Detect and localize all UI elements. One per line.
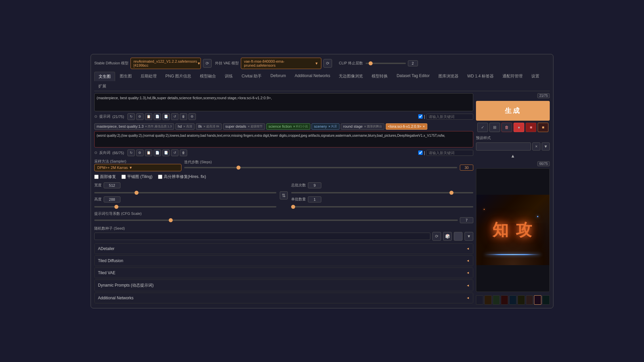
model-select[interactable]: revAnimated_v122_V1.2.2.safetensors [419… xyxy=(130,58,201,69)
accordion-tiled-vae-label: Tiled VAE xyxy=(98,270,115,275)
neg-prompt-checkbox[interactable] xyxy=(418,150,423,155)
prompt-icon-btn-8[interactable]: ⚙ xyxy=(189,113,196,120)
tab-settings[interactable]: 设置 xyxy=(527,72,543,81)
action-grid-btn[interactable]: ⊞ xyxy=(489,123,500,132)
neg-icon-btn-3[interactable]: 📋 xyxy=(145,149,152,156)
thumb-6[interactable] xyxy=(518,295,525,305)
clip-slider[interactable] xyxy=(366,63,406,64)
tag-scenery[interactable]: scenery × 风景 xyxy=(312,123,339,130)
tab-txt2img[interactable]: 文生图 xyxy=(94,72,115,81)
prompt-icon-btn-4[interactable]: 📄 xyxy=(154,113,161,120)
tag-lora[interactable]: <lora:sci-fi-v1.2:0.9> × xyxy=(386,123,427,130)
sampler-select[interactable]: DPM++ 2M Karras ▼ xyxy=(94,164,181,171)
style-add-btn[interactable]: ▼ xyxy=(542,142,550,150)
seed-refresh-btn[interactable]: ⟳ xyxy=(432,232,441,241)
hires-fix-checkbox[interactable]: 高分辨率修复(Hires. fix) xyxy=(158,174,206,180)
tab-deforum[interactable]: Deforum xyxy=(266,72,290,81)
steps-value[interactable]: 30 xyxy=(460,165,473,171)
seed-expand-btn[interactable]: ▼ xyxy=(465,232,473,241)
tab-browse[interactable]: 无边图像浏览 xyxy=(335,72,367,81)
tab-img2img[interactable]: 图生图 xyxy=(116,72,136,81)
single-batch-value[interactable]: 1 xyxy=(308,196,321,202)
tab-pnginfo[interactable]: PNG 图片信息 xyxy=(161,72,195,81)
thumb-9[interactable] xyxy=(542,295,550,305)
neg-icon-btn-2[interactable]: ⚙ xyxy=(136,149,144,156)
tag-masterpiece[interactable]: masterpiece, best quality:1.3 × 杰作,最佳品质:… xyxy=(94,123,174,130)
tag-8k[interactable]: 8k × 超高清 8k xyxy=(196,123,222,130)
action-trash-btn[interactable]: 🗑 xyxy=(501,123,512,132)
action-check-btn[interactable]: ✓ xyxy=(477,123,488,132)
positive-prompt-text[interactable]: (masterpiece, best quality:1.3),hd,8k,su… xyxy=(97,96,471,109)
tag-hd[interactable]: hd × 高清 xyxy=(175,123,195,130)
thumb-8[interactable] xyxy=(534,295,541,305)
accordion-adetailer-header[interactable]: ADetailer ◄ xyxy=(95,244,473,254)
prompt-icon-btn-5[interactable]: 📑 xyxy=(162,113,170,120)
tag-science-fiction[interactable]: science fiction × 科幻小说 xyxy=(266,123,311,130)
single-batch-slider[interactable] xyxy=(291,206,473,207)
cfg-value[interactable]: 7 xyxy=(460,217,473,223)
model-refresh-btn[interactable]: ⟳ xyxy=(203,59,212,68)
action-color1-btn[interactable]: ● xyxy=(514,123,524,132)
thumb-7[interactable] xyxy=(526,295,533,305)
steps-slider[interactable] xyxy=(184,167,457,168)
tab-wd14[interactable]: WD 1.4 标签器 xyxy=(463,72,498,81)
tab-addnet[interactable]: Additional Networks xyxy=(290,72,334,81)
tab-train[interactable]: 训练 xyxy=(221,72,237,81)
total-batch-slider[interactable] xyxy=(291,192,473,193)
neg-icon-btn-1[interactable]: ↻ xyxy=(127,149,135,156)
prompt-keyword-input[interactable] xyxy=(426,114,473,120)
thumb-3[interactable] xyxy=(493,295,500,305)
tab-wildcard[interactable]: 通配符管理 xyxy=(498,72,527,81)
neg-icon-btn-7[interactable]: 🗑 xyxy=(180,149,187,156)
top-bar: Stable Diffusion 模型 revAnimated_v122_V1.… xyxy=(94,58,550,69)
total-batch-value[interactable]: 9 xyxy=(308,182,321,188)
tab-extensions[interactable]: 扩展 xyxy=(94,82,110,91)
neg-icon-btn-6[interactable]: ↺ xyxy=(171,149,178,156)
action-color2-btn[interactable]: ■ xyxy=(526,123,536,132)
tiling-checkbox[interactable]: 平铺图 (Tiling) xyxy=(121,174,153,180)
tab-postprocess[interactable]: 后期处理 xyxy=(137,72,161,81)
tag-round-stage[interactable]: round stage × 圆形的舞台 xyxy=(341,123,384,130)
thumb-4[interactable] xyxy=(501,295,508,305)
expand-panel-btn[interactable]: ▲ xyxy=(511,153,515,159)
accordion-additional-networks-header[interactable]: Additional Networks ◄ xyxy=(95,293,473,303)
tab-civitai[interactable]: Civitai 助手 xyxy=(237,72,266,81)
prompt-icon-btn-7[interactable]: 🗑 xyxy=(180,113,187,120)
tab-dataset[interactable]: Dataset Tag Editor xyxy=(392,72,434,81)
style-refresh-btn[interactable]: × xyxy=(532,142,540,150)
neg-keyword-input[interactable] xyxy=(426,150,473,156)
height-slider[interactable] xyxy=(94,206,276,207)
tab-convert[interactable]: 模型转换 xyxy=(368,72,392,81)
negative-prompt-text[interactable]: (worst quality:2),(low quality:2),(norma… xyxy=(97,133,471,145)
accordion-tiled-diffusion-header[interactable]: Tiled Diffusion ◄ xyxy=(95,256,473,266)
cfg-slider[interactable] xyxy=(94,220,458,221)
prompt-icon-btn-6[interactable]: ↺ xyxy=(171,113,178,120)
action-color3-btn[interactable]: ■ xyxy=(538,123,548,132)
vae-refresh-btn[interactable]: ⟳ xyxy=(323,59,332,68)
height-value[interactable]: 288 xyxy=(104,196,120,202)
tab-gallery[interactable]: 图库浏览器 xyxy=(434,72,463,81)
prompt-icon-btn-2[interactable]: ⚙ xyxy=(136,113,144,120)
generate-button[interactable]: 生成 xyxy=(476,101,550,121)
prompt-icon-btn-3[interactable]: 📋 xyxy=(145,113,152,120)
neg-icon-btn-5[interactable]: 📑 xyxy=(162,149,170,156)
tag-super-details[interactable]: super details × 超级细节 xyxy=(223,123,265,130)
swap-dimensions-btn[interactable]: ⇅ xyxy=(280,191,288,199)
style-select[interactable] xyxy=(476,142,531,150)
thumb-2[interactable] xyxy=(484,295,492,305)
seed-extra-btn[interactable]: 🎲 xyxy=(443,232,452,241)
tab-merge[interactable]: 模型融合 xyxy=(196,72,220,81)
accordion-dynamic-prompts-header[interactable]: Dynamic Prompts (动态提示词) ◄ xyxy=(95,280,473,291)
seed-input[interactable]: -1 xyxy=(94,233,430,240)
seed-color-btn[interactable] xyxy=(454,232,463,241)
prompt-icon-btn-1[interactable]: ↻ xyxy=(127,113,135,120)
width-value[interactable]: 512 xyxy=(104,182,120,188)
thumb-5[interactable] xyxy=(509,295,517,305)
thumb-1[interactable] xyxy=(476,295,483,305)
face-fix-checkbox[interactable]: 面部修复 xyxy=(94,174,116,180)
vae-select[interactable]: vae-ft-mse-840000-ema-pruned.safetensors… xyxy=(241,58,321,69)
accordion-tiled-vae-header[interactable]: Tiled VAE ◄ xyxy=(95,268,473,278)
prompt-checkbox[interactable] xyxy=(418,114,423,119)
neg-icon-btn-4[interactable]: 📄 xyxy=(154,149,161,156)
width-slider[interactable] xyxy=(94,192,276,193)
